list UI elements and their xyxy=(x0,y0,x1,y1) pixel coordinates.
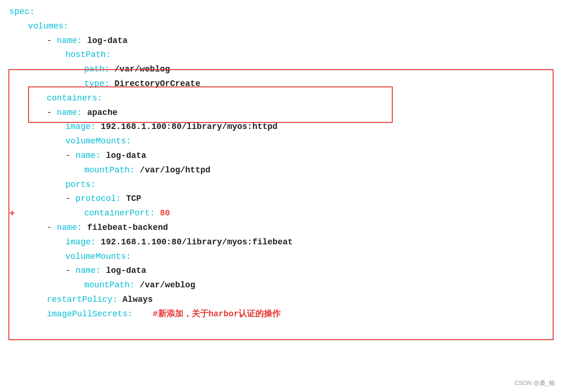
code-line: mountPath: /var/log/httpd xyxy=(0,163,562,178)
code-line: - name: apache xyxy=(0,106,562,120)
code-line: hostPath: xyxy=(0,48,562,62)
code-segment: /var/weblog xyxy=(135,278,195,292)
code-line: image: 192.168.1.100:80/library/myos:fil… xyxy=(0,235,562,249)
code-segment: DirectoryOrCreate xyxy=(109,77,200,91)
code-segment: imagePullSecrets: xyxy=(47,307,133,321)
code-segment: apache xyxy=(82,106,118,120)
code-line: - name: log-data xyxy=(0,149,562,163)
code-segment: volumeMounts: xyxy=(65,135,131,148)
code-segment: /var/log/httpd xyxy=(135,164,210,177)
code-segment: spec: xyxy=(9,5,35,19)
watermark: CSDN @桑_榆 xyxy=(514,378,555,388)
code-segment: Always xyxy=(117,293,153,306)
code-segment: - xyxy=(65,149,76,163)
code-line: - protocol: TCP xyxy=(0,192,562,206)
code-segment: containers: xyxy=(47,92,102,105)
code-line: volumeMounts: xyxy=(0,134,562,149)
code-segment: protocol: xyxy=(76,192,121,206)
code-segment: 192.168.1.100:80/library/myos:filebeat xyxy=(96,235,293,249)
code-segment: volumes: xyxy=(28,20,68,33)
code-segment: containerPort: xyxy=(84,207,155,220)
code-line: ports: xyxy=(0,178,562,192)
code-segment: - xyxy=(65,264,76,278)
code-line: - name: log-data xyxy=(0,264,562,278)
code-segment: volumeMounts: xyxy=(65,250,131,264)
code-segment: image: xyxy=(65,235,96,249)
code-segment: image: xyxy=(65,120,96,134)
code-segment: hostPath: xyxy=(65,48,111,62)
code-segment: log-data xyxy=(101,149,146,163)
code-line: path: /var/weblog xyxy=(0,62,562,77)
code-line: volumes: xyxy=(0,19,562,34)
code-segment: name: xyxy=(57,34,82,48)
code-line: +containerPort: 80 xyxy=(0,206,562,221)
code-line: - name: log-data xyxy=(0,34,562,48)
code-segment: 80 xyxy=(155,207,170,220)
code-segment: name: xyxy=(76,149,101,163)
code-segment: restartPolicy: xyxy=(47,293,117,306)
code-line: mountPath: /var/weblog xyxy=(0,278,562,292)
code-line: - name: filebeat-backend xyxy=(0,221,562,235)
code-line: restartPolicy: Always xyxy=(0,292,562,307)
code-container: spec:volumes:- name: log-datahostPath:pa… xyxy=(0,0,562,392)
code-line: imagePullSecrets: #新添加，关于harbor认证的操作 xyxy=(0,307,562,321)
code-segment: - xyxy=(65,192,76,206)
code-segment: name: xyxy=(76,264,101,278)
code-segment: log-data xyxy=(101,264,146,278)
code-segment: mountPath: xyxy=(84,278,135,292)
code-segment: #新添加，关于harbor认证的操作 xyxy=(133,307,281,321)
code-segment: TCP xyxy=(121,192,141,206)
code-segment: 192.168.1.100:80/library/myos:httpd xyxy=(96,120,278,134)
code-segment: /var/weblog xyxy=(109,63,170,76)
code-segment: name: xyxy=(57,106,82,120)
code-segment: log-data xyxy=(82,34,128,48)
code-line: image: 192.168.1.100:80/library/myos:htt… xyxy=(0,120,562,134)
code-line: volumeMounts: xyxy=(0,249,562,264)
code-segment: - xyxy=(47,221,57,235)
code-segment: type: xyxy=(84,77,109,91)
code-line: containers: xyxy=(0,91,562,106)
code-line: type: DirectoryOrCreate xyxy=(0,77,562,91)
code-line: spec: xyxy=(0,5,562,19)
code-segment: path: xyxy=(84,63,109,76)
code-segment: - xyxy=(47,34,57,48)
code-segment: name: xyxy=(57,221,82,235)
code-segment: - xyxy=(47,106,57,120)
code-segment: mountPath: xyxy=(84,164,135,177)
code-segment: ports: xyxy=(65,178,96,192)
code-segment: filebeat-backend xyxy=(82,221,168,235)
